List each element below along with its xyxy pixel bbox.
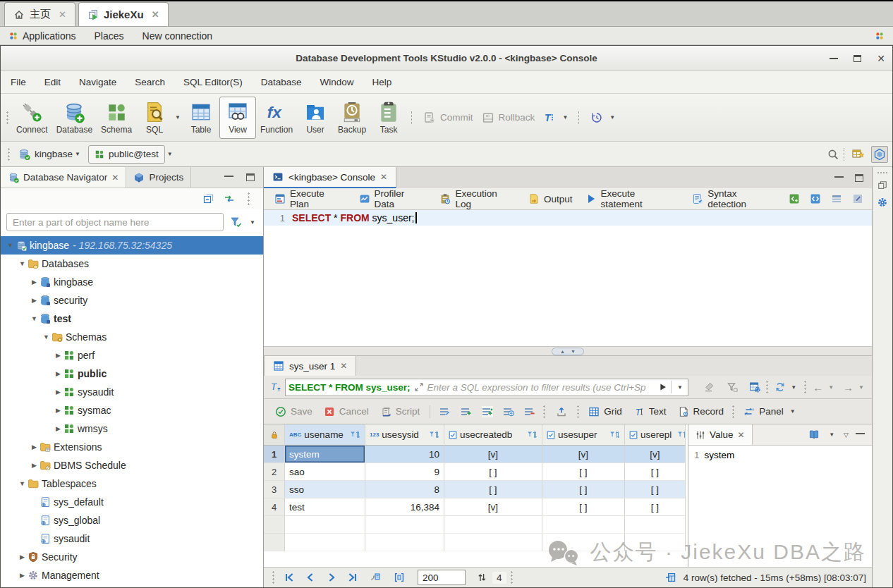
filter-type-icon[interactable]: T bbox=[269, 381, 282, 393]
tree-expander-icon[interactable]: ▼ bbox=[17, 480, 28, 487]
schema-button[interactable]: Schema bbox=[97, 97, 136, 139]
tab-console[interactable]: <kingbase> Console ✕ bbox=[264, 167, 396, 188]
connection-dropdown-icon[interactable]: ▼ bbox=[75, 151, 80, 157]
grid-cell[interactable]: [ ] bbox=[542, 463, 625, 481]
row-number[interactable]: 3 bbox=[264, 481, 285, 498]
tree-item-sysaudit[interactable]: ▶sysaudit bbox=[1, 383, 263, 401]
user-button[interactable]: User bbox=[297, 97, 334, 139]
splitter-collapse-control[interactable]: ▲▼ bbox=[552, 348, 584, 355]
tree-item-schemas[interactable]: ▼Schemas bbox=[1, 328, 263, 346]
layout-icon[interactable] bbox=[831, 193, 842, 204]
refresh-dropdown-icon[interactable]: ▼ bbox=[791, 384, 796, 391]
grid-cell[interactable]: 16,384 bbox=[365, 498, 444, 516]
tab-sys-user[interactable]: sys_user 1 ✕ bbox=[264, 356, 356, 376]
os-tab-jiekexu-close-icon[interactable]: ✕ bbox=[152, 9, 159, 20]
cancel-button[interactable]: Cancel bbox=[318, 406, 375, 417]
tree-expander-icon[interactable]: ▶ bbox=[17, 553, 28, 561]
tree-item-sysmac[interactable]: ▶sysmac bbox=[1, 401, 263, 419]
tree-item-security[interactable]: ▶security bbox=[1, 291, 263, 310]
sql-editor[interactable]: 1 SELECT * FROM sys_user; bbox=[264, 210, 872, 346]
filter-sort-icon[interactable] bbox=[609, 431, 620, 439]
row-number[interactable]: 2 bbox=[264, 463, 285, 481]
panel-maximize-button[interactable] bbox=[246, 173, 255, 181]
menu-navigate[interactable]: Navigate bbox=[79, 77, 116, 87]
menu-database[interactable]: Database bbox=[261, 77, 302, 87]
text-view-button[interactable]: TText bbox=[628, 406, 672, 417]
panel-button[interactable]: Panel▼ bbox=[738, 406, 803, 417]
editor-results-splitter[interactable]: ▲▼ bbox=[264, 346, 872, 356]
grid-cell[interactable]: [ ] bbox=[444, 481, 542, 498]
grid-cell[interactable]: [v] bbox=[444, 446, 542, 463]
execution-log-button[interactable]: Execution Log bbox=[435, 190, 521, 208]
tree-expander-icon[interactable]: ▶ bbox=[29, 443, 40, 451]
execute-statement-button[interactable]: Execute statement bbox=[581, 190, 685, 208]
result-tab-close-icon[interactable]: ✕ bbox=[340, 361, 347, 371]
tree-item-sysaudit[interactable]: sysaudit bbox=[1, 529, 263, 548]
editor-minimize-button[interactable] bbox=[834, 176, 844, 178]
new-sql-icon[interactable] bbox=[789, 193, 800, 204]
filter-dropdown-icon[interactable]: ▼ bbox=[250, 219, 255, 226]
transaction-mode-button[interactable]: T▼ bbox=[539, 111, 574, 124]
database-button[interactable]: Database bbox=[52, 97, 97, 139]
filter-sort-icon[interactable] bbox=[527, 431, 537, 439]
nav-back-dropdown-icon[interactable]: ▼ bbox=[828, 384, 834, 391]
tree-item-kingbase[interactable]: ▼kingbase - 192.168.75.32:54325 bbox=[1, 236, 263, 255]
grid-cell[interactable]: 9 bbox=[365, 463, 444, 481]
grid-cell[interactable]: [ ] bbox=[625, 463, 686, 481]
tree-expander-icon[interactable]: ▶ bbox=[17, 572, 28, 579]
tree-item-security[interactable]: ▶Security bbox=[1, 548, 263, 566]
expand-filter-icon[interactable] bbox=[414, 382, 424, 392]
value-chevron-icon[interactable]: ▽ bbox=[844, 431, 849, 439]
tree-item-kingbase[interactable]: ▶kingbase bbox=[1, 273, 263, 291]
tree-expander-icon[interactable]: ▶ bbox=[53, 352, 63, 359]
tree-expander-icon[interactable]: ▼ bbox=[41, 333, 51, 341]
window-close-button[interactable]: ✕ bbox=[877, 55, 885, 62]
tree-expander-icon[interactable]: ▼ bbox=[29, 315, 40, 322]
task-button[interactable]: Task bbox=[370, 97, 407, 139]
duplicate-row-icon[interactable] bbox=[482, 406, 493, 417]
filter-sort-icon[interactable] bbox=[429, 431, 439, 439]
menu-file[interactable]: File bbox=[11, 77, 26, 87]
tree-expander-icon[interactable]: ▶ bbox=[53, 425, 63, 432]
editor-maximize-button[interactable] bbox=[855, 174, 863, 182]
tab-value[interactable]: Value ✕ bbox=[688, 424, 753, 445]
fetch-size-input[interactable] bbox=[418, 570, 466, 585]
value-dropdown-icon[interactable]: ▼ bbox=[829, 431, 834, 438]
search-icon[interactable] bbox=[827, 148, 839, 161]
export-icon[interactable] bbox=[556, 406, 567, 417]
grid-settings-icon[interactable] bbox=[749, 381, 760, 393]
menu-help[interactable]: Help bbox=[372, 77, 391, 87]
tree-item-test[interactable]: ▼test bbox=[1, 310, 263, 328]
view-button[interactable]: View bbox=[219, 97, 256, 139]
record-view-button[interactable]: Record bbox=[672, 406, 730, 417]
tree-item-wmsys[interactable]: ▶wmsys bbox=[1, 419, 263, 438]
tree-expander-icon[interactable]: ▶ bbox=[29, 278, 40, 286]
grid-cell[interactable]: 10 bbox=[365, 446, 444, 463]
column-header-usecreatedb[interactable]: usecreatedb bbox=[444, 424, 542, 446]
menu-search[interactable]: Search bbox=[135, 77, 165, 87]
toolbar-drag-handle[interactable] bbox=[6, 111, 10, 125]
nav-forward-icon[interactable]: → bbox=[843, 381, 853, 393]
dock-drag-handle[interactable] bbox=[877, 171, 888, 174]
sql-dropdown-icon[interactable]: ▼ bbox=[175, 114, 181, 121]
save-button[interactable]: Save bbox=[269, 406, 318, 417]
fetch-page-icon[interactable] bbox=[370, 572, 381, 583]
value-panel-body[interactable]: 1 system bbox=[688, 446, 872, 567]
tree-expander-icon[interactable]: ▶ bbox=[53, 388, 63, 396]
value-minimize-button[interactable] bbox=[856, 432, 865, 434]
grid-cell[interactable]: [ ] bbox=[542, 498, 625, 516]
commit-button[interactable]: Commit bbox=[419, 111, 478, 124]
window-minimize-button[interactable] bbox=[830, 58, 838, 59]
insert-row-icon[interactable] bbox=[503, 406, 514, 417]
filter-icon[interactable] bbox=[229, 216, 242, 228]
tab-close-icon[interactable]: ✕ bbox=[111, 173, 119, 183]
window-maximize-button[interactable] bbox=[853, 55, 861, 62]
tab-projects[interactable]: Projects bbox=[126, 167, 191, 188]
row-number-header[interactable] bbox=[264, 424, 285, 446]
tree-expander-icon[interactable]: ▶ bbox=[53, 370, 63, 377]
nav-back-icon[interactable]: ← bbox=[813, 381, 823, 393]
connbar-drag-handle[interactable] bbox=[7, 147, 11, 161]
script-button[interactable]: Script bbox=[375, 406, 426, 417]
restore-panels-icon[interactable] bbox=[877, 180, 887, 190]
collapse-all-icon[interactable] bbox=[202, 193, 214, 204]
